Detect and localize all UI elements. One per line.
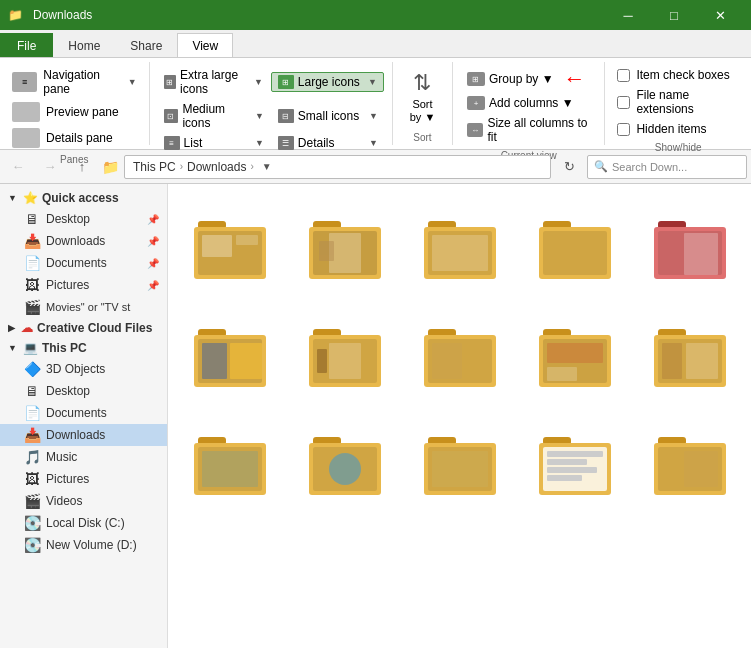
file-item-12[interactable] xyxy=(291,408,398,508)
svg-rect-62 xyxy=(547,467,597,473)
up-button[interactable]: ↑ xyxy=(68,154,96,180)
sidebar-section-creative-cloud[interactable]: ▶ ☁ Creative Cloud Files xyxy=(0,318,167,338)
sidebar-item-local-disk-c[interactable]: 💽 Local Disk (C:) xyxy=(0,512,167,534)
svg-rect-24 xyxy=(202,343,227,379)
file-item-8[interactable] xyxy=(406,300,513,400)
file-item-11[interactable] xyxy=(176,408,283,508)
documents-icon-quick: 📄 xyxy=(24,255,40,271)
sidebar-section-quick-access[interactable]: ▼ ⭐ Quick access xyxy=(0,188,167,208)
file-thumb-10 xyxy=(654,324,726,396)
sidebar-label-3d-objects: 3D Objects xyxy=(46,362,105,376)
file-item-4[interactable] xyxy=(521,192,628,292)
sidebar-item-videos[interactable]: 🎬 Videos xyxy=(0,490,167,512)
file-item-2[interactable] xyxy=(291,192,398,292)
hidden-items-checkbox[interactable] xyxy=(617,123,630,136)
creative-cloud-label: Creative Cloud Files xyxy=(37,321,152,335)
details-pane-button[interactable]: Details pane xyxy=(8,126,141,150)
file-item-13[interactable] xyxy=(406,408,513,508)
svg-rect-30 xyxy=(317,349,327,373)
sidebar-item-music[interactable]: 🎵 Music xyxy=(0,446,167,468)
sidebar-label-music: Music xyxy=(46,450,77,464)
list-icon: ≡ xyxy=(164,136,180,150)
extra-large-icons-button[interactable]: ⊞ Extra large icons ▼ xyxy=(158,66,269,98)
large-icons-button[interactable]: ⊞ Large icons ▼ xyxy=(271,72,384,92)
sort-label: Sort xyxy=(413,128,431,143)
sidebar-item-pictures-pc[interactable]: 🖼 Pictures xyxy=(0,468,167,490)
small-icons-button[interactable]: ⊟ Small icons ▼ xyxy=(272,107,384,125)
svg-rect-48 xyxy=(202,451,258,487)
svg-rect-16 xyxy=(543,231,607,275)
file-thumb-8 xyxy=(424,324,496,396)
navigation-pane-icon: ≡ xyxy=(12,72,37,92)
local-disk-c-icon: 💽 xyxy=(24,515,40,531)
preview-pane-button[interactable]: Preview pane xyxy=(8,100,141,124)
file-item-7[interactable] xyxy=(291,300,398,400)
search-box[interactable]: 🔍 Search Down... xyxy=(587,155,747,179)
file-item-14[interactable] xyxy=(521,408,628,508)
svg-rect-61 xyxy=(547,459,587,465)
3d-objects-icon: 🔷 xyxy=(24,361,40,377)
svg-rect-43 xyxy=(662,343,682,379)
svg-rect-39 xyxy=(547,367,577,381)
file-item-1[interactable] xyxy=(176,192,283,292)
minimize-button[interactable]: ─ xyxy=(605,0,651,30)
sidebar-item-desktop-pc[interactable]: 🖥 Desktop xyxy=(0,380,167,402)
size-all-columns-button[interactable]: ↔ Size all columns to fit xyxy=(461,114,596,146)
tab-home[interactable]: Home xyxy=(53,33,115,57)
file-item-9[interactable] xyxy=(521,300,628,400)
title-bar-text: Downloads xyxy=(33,8,599,22)
sort-icon: ⇅ xyxy=(413,70,431,96)
hidden-items-item[interactable]: Hidden items xyxy=(613,120,743,138)
tab-share[interactable]: Share xyxy=(115,33,177,57)
svg-rect-13 xyxy=(432,235,488,271)
navigation-pane-button[interactable]: ≡ Navigation pane ▼ xyxy=(8,66,141,98)
details-button[interactable]: ☰ Details ▼ xyxy=(272,134,384,152)
medium-icons-button[interactable]: ⊡ Medium icons ▼ xyxy=(158,100,270,132)
back-button[interactable]: ← xyxy=(4,154,32,180)
sidebar-item-desktop-quick[interactable]: 🖥 Desktop 📌 xyxy=(0,208,167,230)
current-view-content: ⊞ Group by ▼ ← + Add columns ▼ ↔ Size al… xyxy=(461,66,596,146)
close-button[interactable]: ✕ xyxy=(697,0,743,30)
sidebar-section-this-pc[interactable]: ▼ 💻 This PC xyxy=(0,338,167,358)
file-name-extensions-item[interactable]: File name extensions xyxy=(613,86,743,118)
sidebar-item-documents-quick[interactable]: 📄 Documents 📌 xyxy=(0,252,167,274)
svg-rect-3 xyxy=(202,235,232,257)
quick-access-chevron: ▼ xyxy=(8,193,17,203)
file-item-3[interactable] xyxy=(406,192,513,292)
panes-content: ≡ Navigation pane ▼ Preview pane Details… xyxy=(8,66,141,150)
sidebar-item-movies-quick[interactable]: 🎬 Movies" or "TV st xyxy=(0,296,167,318)
sidebar-item-3d-objects[interactable]: 🔷 3D Objects xyxy=(0,358,167,380)
sidebar-item-downloads-quick[interactable]: 📥 Downloads 📌 xyxy=(0,230,167,252)
downloads-icon-quick: 📥 xyxy=(24,233,40,249)
path-this-pc: This PC xyxy=(133,160,176,174)
file-item-5[interactable] xyxy=(636,192,743,292)
desktop-icon-pc: 🖥 xyxy=(24,383,40,399)
add-columns-button[interactable]: + Add columns ▼ xyxy=(461,94,596,112)
item-check-boxes-item[interactable]: Item check boxes xyxy=(613,66,743,84)
sidebar-label-documents-quick: Documents xyxy=(46,256,107,270)
file-thumb-3 xyxy=(424,216,496,288)
maximize-button[interactable]: □ xyxy=(651,0,697,30)
search-placeholder: Search Down... xyxy=(612,161,687,173)
group-by-button[interactable]: ⊞ Group by ▼ xyxy=(461,70,560,88)
file-item-10[interactable] xyxy=(636,300,743,400)
list-button[interactable]: ≡ List ▼ xyxy=(158,134,270,152)
refresh-button[interactable]: ↻ xyxy=(555,154,583,180)
file-item-15[interactable] xyxy=(636,408,743,508)
tab-view[interactable]: View xyxy=(177,33,233,57)
item-check-boxes-checkbox[interactable] xyxy=(617,69,630,82)
details-icon: ☰ xyxy=(278,136,294,150)
tab-file[interactable]: File xyxy=(0,33,53,57)
sidebar-item-pictures-quick[interactable]: 🖼 Pictures 📌 xyxy=(0,274,167,296)
sidebar-item-new-volume-d[interactable]: 💽 New Volume (D:) xyxy=(0,534,167,556)
sidebar-label-local-disk-c: Local Disk (C:) xyxy=(46,516,125,530)
file-name-extensions-checkbox[interactable] xyxy=(617,96,630,109)
svg-rect-4 xyxy=(236,235,258,245)
forward-button[interactable]: → xyxy=(36,154,64,180)
sort-button[interactable]: ⇅ Sortby ▼ xyxy=(402,66,444,128)
desktop-icon: 🖥 xyxy=(24,211,40,227)
file-item-6[interactable] xyxy=(176,300,283,400)
sidebar-item-documents-pc[interactable]: 📄 Documents xyxy=(0,402,167,424)
sidebar-item-downloads-pc[interactable]: 📥 Downloads xyxy=(0,424,167,446)
address-path[interactable]: This PC › Downloads › ▼ xyxy=(124,155,551,179)
